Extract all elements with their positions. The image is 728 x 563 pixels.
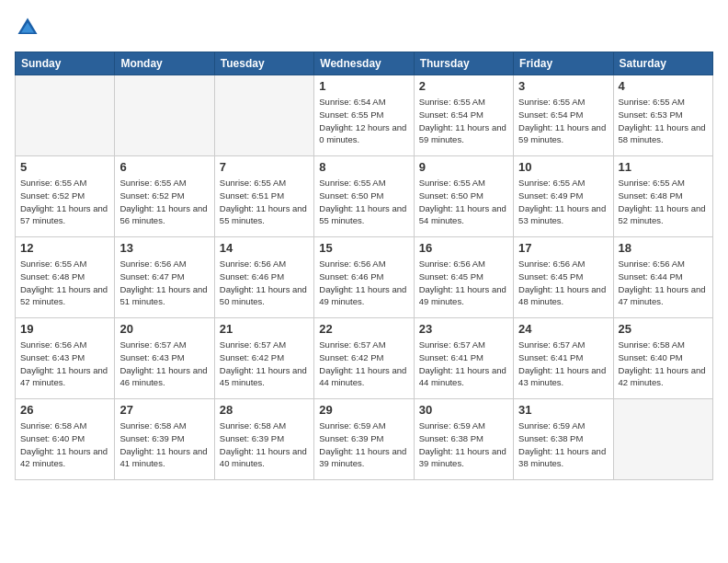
day-number: 4 (619, 79, 708, 93)
calendar-day-6: 6Sunrise: 6:55 AMSunset: 6:52 PMDaylight… (115, 156, 214, 237)
calendar-day-28: 28Sunrise: 6:58 AMSunset: 6:39 PMDayligh… (214, 399, 313, 480)
day-number: 29 (319, 403, 408, 417)
day-number: 25 (619, 322, 708, 336)
calendar-day-23: 23Sunrise: 6:57 AMSunset: 6:41 PMDayligh… (414, 318, 513, 399)
day-info: Sunrise: 6:55 AMSunset: 6:48 PMDaylight:… (619, 177, 708, 227)
day-number: 3 (518, 79, 608, 93)
day-number: 11 (619, 160, 708, 174)
calendar-day-27: 27Sunrise: 6:58 AMSunset: 6:39 PMDayligh… (115, 399, 214, 480)
calendar-day-21: 21Sunrise: 6:57 AMSunset: 6:42 PMDayligh… (214, 318, 313, 399)
calendar-day-30: 30Sunrise: 6:59 AMSunset: 6:38 PMDayligh… (414, 399, 513, 480)
day-info: Sunrise: 6:57 AMSunset: 6:43 PMDaylight:… (119, 339, 209, 389)
day-number: 17 (518, 241, 608, 255)
logo (15, 15, 44, 40)
calendar-day-12: 12Sunrise: 6:55 AMSunset: 6:48 PMDayligh… (16, 237, 115, 318)
calendar-table: SundayMondayTuesdayWednesdayThursdayFrid… (15, 52, 713, 480)
calendar-header-thursday: Thursday (414, 52, 513, 75)
calendar-header-tuesday: Tuesday (214, 52, 313, 75)
calendar-day-11: 11Sunrise: 6:55 AMSunset: 6:48 PMDayligh… (613, 156, 712, 237)
calendar-day-3: 3Sunrise: 6:55 AMSunset: 6:54 PMDaylight… (514, 75, 613, 156)
day-info: Sunrise: 6:56 AMSunset: 6:46 PMDaylight:… (220, 258, 309, 308)
day-info: Sunrise: 6:57 AMSunset: 6:41 PMDaylight:… (419, 339, 508, 389)
calendar-day-5: 5Sunrise: 6:55 AMSunset: 6:52 PMDaylight… (16, 156, 115, 237)
day-number: 2 (419, 79, 508, 93)
calendar-header-row: SundayMondayTuesdayWednesdayThursdayFrid… (16, 52, 713, 75)
calendar-header-saturday: Saturday (613, 52, 712, 75)
calendar-day-empty (214, 75, 313, 156)
day-number: 8 (319, 160, 408, 174)
day-info: Sunrise: 6:59 AMSunset: 6:38 PMDaylight:… (518, 419, 608, 470)
day-info: Sunrise: 6:55 AMSunset: 6:54 PMDaylight:… (518, 96, 608, 146)
day-info: Sunrise: 6:55 AMSunset: 6:50 PMDaylight:… (419, 177, 508, 227)
day-number: 19 (20, 322, 109, 336)
header (15, 15, 713, 40)
calendar-header-friday: Friday (514, 52, 613, 75)
calendar-day-26: 26Sunrise: 6:58 AMSunset: 6:40 PMDayligh… (16, 399, 115, 480)
calendar-day-19: 19Sunrise: 6:56 AMSunset: 6:43 PMDayligh… (16, 318, 115, 399)
calendar-header-sunday: Sunday (16, 52, 115, 75)
calendar-week-3: 12Sunrise: 6:55 AMSunset: 6:48 PMDayligh… (16, 237, 713, 318)
calendar-day-31: 31Sunrise: 6:59 AMSunset: 6:38 PMDayligh… (514, 399, 613, 480)
calendar-day-20: 20Sunrise: 6:57 AMSunset: 6:43 PMDayligh… (115, 318, 214, 399)
day-number: 27 (119, 403, 209, 417)
day-number: 1 (319, 79, 408, 93)
day-number: 23 (419, 322, 508, 336)
day-info: Sunrise: 6:58 AMSunset: 6:40 PMDaylight:… (20, 419, 109, 470)
calendar-day-15: 15Sunrise: 6:56 AMSunset: 6:46 PMDayligh… (314, 237, 414, 318)
calendar-day-10: 10Sunrise: 6:55 AMSunset: 6:49 PMDayligh… (514, 156, 613, 237)
logo-icon (15, 15, 40, 40)
day-info: Sunrise: 6:56 AMSunset: 6:45 PMDaylight:… (419, 258, 508, 308)
day-number: 28 (220, 403, 309, 417)
day-number: 7 (220, 160, 309, 174)
day-info: Sunrise: 6:55 AMSunset: 6:51 PMDaylight:… (220, 177, 309, 227)
day-number: 5 (20, 160, 109, 174)
calendar-week-4: 19Sunrise: 6:56 AMSunset: 6:43 PMDayligh… (16, 318, 713, 399)
calendar-day-7: 7Sunrise: 6:55 AMSunset: 6:51 PMDaylight… (214, 156, 313, 237)
day-number: 12 (20, 241, 109, 255)
day-number: 24 (518, 322, 608, 336)
calendar-day-8: 8Sunrise: 6:55 AMSunset: 6:50 PMDaylight… (314, 156, 414, 237)
calendar-day-24: 24Sunrise: 6:57 AMSunset: 6:41 PMDayligh… (514, 318, 613, 399)
day-number: 20 (119, 322, 209, 336)
day-info: Sunrise: 6:55 AMSunset: 6:48 PMDaylight:… (20, 258, 109, 308)
day-info: Sunrise: 6:55 AMSunset: 6:52 PMDaylight:… (20, 177, 109, 227)
day-info: Sunrise: 6:56 AMSunset: 6:47 PMDaylight:… (119, 258, 209, 308)
day-info: Sunrise: 6:56 AMSunset: 6:45 PMDaylight:… (518, 258, 608, 308)
calendar-day-9: 9Sunrise: 6:55 AMSunset: 6:50 PMDaylight… (414, 156, 513, 237)
day-info: Sunrise: 6:58 AMSunset: 6:39 PMDaylight:… (119, 419, 209, 470)
calendar-day-14: 14Sunrise: 6:56 AMSunset: 6:46 PMDayligh… (214, 237, 313, 318)
calendar-day-13: 13Sunrise: 6:56 AMSunset: 6:47 PMDayligh… (115, 237, 214, 318)
day-number: 22 (319, 322, 408, 336)
day-number: 16 (419, 241, 508, 255)
day-info: Sunrise: 6:57 AMSunset: 6:42 PMDaylight:… (319, 339, 408, 389)
day-number: 15 (319, 241, 408, 255)
day-info: Sunrise: 6:55 AMSunset: 6:54 PMDaylight:… (419, 96, 508, 146)
day-info: Sunrise: 6:57 AMSunset: 6:41 PMDaylight:… (518, 339, 608, 389)
day-info: Sunrise: 6:55 AMSunset: 6:53 PMDaylight:… (619, 96, 708, 146)
day-number: 6 (119, 160, 209, 174)
day-number: 31 (518, 403, 608, 417)
calendar-day-29: 29Sunrise: 6:59 AMSunset: 6:39 PMDayligh… (314, 399, 414, 480)
calendar-day-1: 1Sunrise: 6:54 AMSunset: 6:55 PMDaylight… (314, 75, 414, 156)
calendar-day-empty (115, 75, 214, 156)
day-info: Sunrise: 6:56 AMSunset: 6:43 PMDaylight:… (20, 339, 109, 389)
calendar-day-empty (16, 75, 115, 156)
day-number: 21 (220, 322, 309, 336)
day-info: Sunrise: 6:56 AMSunset: 6:44 PMDaylight:… (619, 258, 708, 308)
calendar-week-5: 26Sunrise: 6:58 AMSunset: 6:40 PMDayligh… (16, 399, 713, 480)
day-info: Sunrise: 6:55 AMSunset: 6:50 PMDaylight:… (319, 177, 408, 227)
calendar-header-monday: Monday (115, 52, 214, 75)
page-container: SundayMondayTuesdayWednesdayThursdayFrid… (0, 0, 728, 491)
calendar-day-17: 17Sunrise: 6:56 AMSunset: 6:45 PMDayligh… (514, 237, 613, 318)
day-info: Sunrise: 6:59 AMSunset: 6:39 PMDaylight:… (319, 419, 408, 470)
day-number: 30 (419, 403, 508, 417)
day-number: 9 (419, 160, 508, 174)
day-info: Sunrise: 6:59 AMSunset: 6:38 PMDaylight:… (419, 419, 508, 470)
day-info: Sunrise: 6:57 AMSunset: 6:42 PMDaylight:… (220, 339, 309, 389)
calendar-week-1: 1Sunrise: 6:54 AMSunset: 6:55 PMDaylight… (16, 75, 713, 156)
day-number: 14 (220, 241, 309, 255)
day-info: Sunrise: 6:54 AMSunset: 6:55 PMDaylight:… (319, 96, 408, 146)
calendar-day-18: 18Sunrise: 6:56 AMSunset: 6:44 PMDayligh… (613, 237, 712, 318)
calendar-day-2: 2Sunrise: 6:55 AMSunset: 6:54 PMDaylight… (414, 75, 513, 156)
calendar-day-empty (613, 399, 712, 480)
